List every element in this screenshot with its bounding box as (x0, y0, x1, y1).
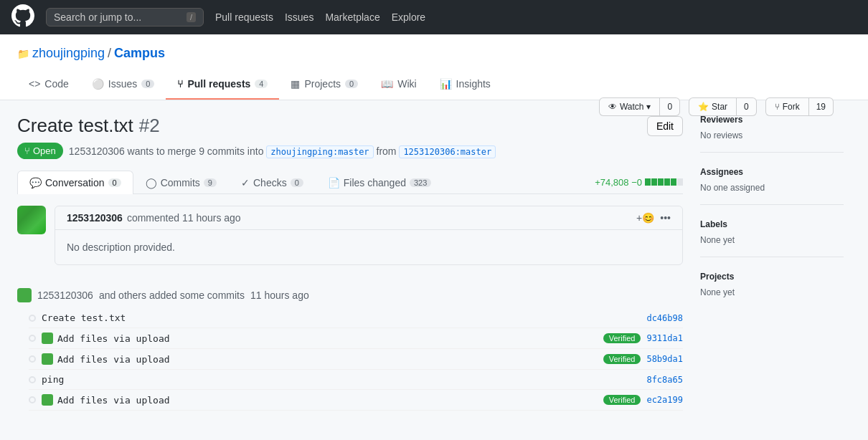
insights-icon: 📊 (440, 78, 452, 90)
commit-item-1: Add files via upload Verified 9311da1 (29, 328, 683, 349)
add-reaction-icon[interactable]: +😊 (636, 212, 654, 224)
star-label: Star (712, 102, 727, 112)
pr-tab-commits[interactable]: ◯ Commits 9 (133, 171, 229, 194)
commit-hash-1[interactable]: 9311da1 (646, 333, 683, 343)
tab-issues-label: Issues (108, 78, 137, 90)
commit-dot-2 (29, 355, 36, 363)
pr-badge: 4 (255, 80, 268, 88)
commits-header-text: and others added some commits (99, 290, 245, 301)
pr-tab-files[interactable]: 📄 Files changed 323 (316, 171, 444, 194)
pr-main: Create test.txt #2 Edit ⑂ Open 125312030… (17, 115, 683, 411)
pr-icon: ⑂ (177, 78, 183, 90)
comment-body: No description provided. (55, 230, 682, 264)
pr-tab-checks[interactable]: ✓ Checks 0 (229, 171, 316, 194)
pr-tab-conversation[interactable]: 💬 Conversation 0 (17, 171, 133, 194)
star-button[interactable]: ⭐ Star (689, 97, 737, 116)
diff-block-5 (671, 178, 676, 186)
projects-badge: 0 (345, 80, 358, 88)
diff-block-3 (658, 178, 664, 186)
wiki-icon: 📖 (381, 78, 393, 90)
top-nav-links: Pull requests Issues Marketplace Explore (215, 11, 425, 23)
watch-count[interactable]: 0 (660, 97, 680, 116)
commit-msg-0: Create test.txt (42, 312, 641, 323)
code-icon: <> (29, 78, 40, 90)
comment-header-left: 1253120306 commented 11 hours ago (67, 212, 241, 224)
search-text: Search or jump to... (54, 11, 141, 23)
tab-wiki[interactable]: 📖 Wiki (369, 70, 428, 100)
repo-owner-link[interactable]: zhoujingping (32, 46, 105, 61)
commit-hash-2[interactable]: 58b9da1 (646, 354, 683, 364)
reviewers-title: Reviewers (700, 115, 844, 125)
repo-header: 📁 zhoujingping / Campus 👁 Watch ▾ 0 ⭐ St… (0, 34, 868, 100)
fork-count[interactable]: 19 (809, 97, 834, 116)
checks-badge: 0 (291, 178, 303, 187)
commit-dot-4 (29, 396, 36, 403)
comment-text: No description provided. (67, 241, 175, 253)
pr-title: Create test.txt (17, 115, 133, 137)
commit-hash-3[interactable]: 8fc8a65 (646, 375, 683, 385)
tab-issues[interactable]: ⚪ Issues 0 (80, 70, 166, 100)
comment-row: 1253120306 commented 11 hours ago +😊 ••• (17, 206, 683, 277)
commits-section: 1253120306 and others added some commits… (17, 288, 683, 411)
commits-header-time: 11 hours ago (250, 290, 309, 301)
diff-stats: +74,808 −0 (595, 177, 683, 188)
pr-meta-text: wants to merge 9 commits into (128, 145, 267, 157)
repo-icon: 📁 (17, 48, 29, 59)
commits-header: 1253120306 and others added some commits… (17, 288, 683, 302)
commits-badge: 9 (204, 178, 217, 187)
tab-insights[interactable]: 📊 Insights (428, 70, 502, 100)
tab-code[interactable]: <> Code (17, 70, 80, 100)
tab-projects-label: Projects (304, 78, 341, 90)
conversation-icon: 💬 (29, 177, 42, 188)
pr-from-text: from (377, 145, 400, 157)
commit-verified-1: Verified (603, 333, 641, 343)
fork-button-group: ⑂ Fork 19 (765, 97, 834, 116)
commit-item-2: Add files via upload Verified 58b9da1 (29, 349, 683, 370)
commit-avatar-4 (42, 394, 53, 406)
pr-meta: 1253120306 wants to merge 9 commits into… (69, 145, 496, 157)
labels-title: Labels (700, 219, 844, 229)
labels-value: None yet (700, 235, 844, 245)
commit-hash-4[interactable]: ec2a199 (646, 395, 683, 405)
nav-issues[interactable]: Issues (285, 11, 313, 23)
projects-title: Projects (700, 272, 844, 282)
tab-pull-requests[interactable]: ⑂ Pull requests 4 (166, 70, 279, 100)
commit-msg-4: Add files via upload (57, 395, 603, 406)
github-logo[interactable] (11, 4, 34, 31)
commit-dot-1 (29, 335, 36, 342)
top-nav: Search or jump to... / Pull requests Iss… (0, 0, 868, 34)
pr-number: #2 (139, 115, 160, 137)
fork-button[interactable]: ⑂ Fork (765, 97, 809, 116)
diff-block-6 (677, 178, 683, 186)
pr-tabs-left: 💬 Conversation 0 ◯ Commits 9 ✓ Checks 0 … (17, 171, 443, 193)
star-count[interactable]: 0 (737, 97, 757, 116)
commits-icon: ◯ (146, 177, 157, 188)
comment-header: 1253120306 commented 11 hours ago +😊 ••• (55, 206, 682, 230)
repo-tabs: <> Code ⚪ Issues 0 ⑂ Pull requests 4 ▦ P… (17, 70, 851, 100)
diff-block-1 (645, 178, 651, 186)
comment-avatar (17, 206, 46, 234)
watch-button[interactable]: 👁 Watch ▾ (599, 97, 661, 116)
nav-marketplace[interactable]: Marketplace (325, 11, 379, 23)
tab-projects[interactable]: ▦ Projects 0 (279, 70, 369, 100)
issues-badge: 0 (141, 80, 154, 88)
repo-separator: / (108, 46, 111, 61)
commit-list: Create test.txt dc46b98 Add files via up… (29, 308, 683, 411)
comment-action: commented 11 hours ago (127, 212, 241, 224)
files-badge: 323 (410, 178, 431, 187)
commits-header-author: 1253120306 (37, 290, 93, 301)
comment-author: 1253120306 (67, 212, 123, 224)
conversation-badge: 0 (108, 178, 121, 187)
more-options-icon[interactable]: ••• (660, 212, 671, 224)
edit-button[interactable]: Edit (647, 116, 683, 136)
commit-hash-0[interactable]: dc46b98 (646, 313, 683, 323)
reviewers-value: No reviews (700, 130, 844, 140)
search-input[interactable]: Search or jump to... / (46, 8, 204, 27)
repo-name-link[interactable]: Campus (114, 46, 165, 61)
sidebar-reviewers: Reviewers No reviews (700, 115, 844, 153)
diff-stats-text: +74,808 −0 (595, 177, 642, 188)
nav-explore[interactable]: Explore (392, 11, 425, 23)
assignees-title: Assignees (700, 167, 844, 177)
watch-label: Watch (620, 102, 644, 112)
nav-pull-requests[interactable]: Pull requests (215, 11, 273, 23)
